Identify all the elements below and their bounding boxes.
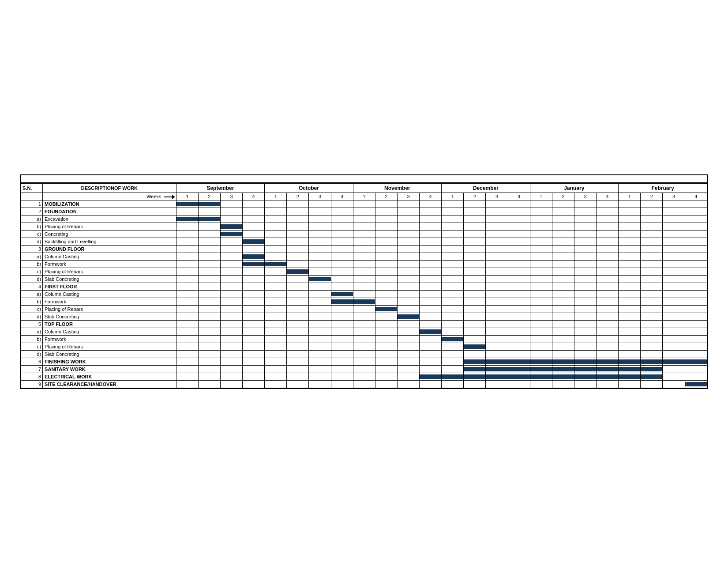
bar-cell	[464, 290, 486, 298]
bar-cell	[420, 305, 442, 313]
task-label: ELECTRICAL WORK	[43, 373, 176, 380]
bar-cell	[508, 253, 530, 260]
bar-cell	[176, 238, 198, 245]
bar-cell	[486, 268, 508, 275]
bar-cell	[464, 245, 486, 253]
month-header: September	[176, 183, 265, 193]
bar-cell	[265, 335, 287, 343]
bar-cell	[530, 275, 552, 283]
bar-cell	[464, 328, 486, 335]
task-label: MOBILIZATION	[43, 200, 176, 208]
bar-cell	[309, 343, 331, 350]
bar-cell	[420, 313, 442, 320]
bar-cell	[552, 380, 574, 388]
bar-cell	[442, 380, 464, 388]
task-sn: d)	[21, 350, 43, 358]
gantt-bar	[685, 382, 707, 386]
bar-cell	[663, 260, 685, 268]
task-label: FOUNDATION	[43, 208, 176, 215]
bar-cell	[486, 320, 508, 328]
bar-cell	[331, 230, 353, 238]
bar-cell	[685, 350, 707, 358]
bar-cell	[464, 305, 486, 313]
bar-cell	[220, 223, 242, 230]
bar-cell	[619, 260, 641, 268]
week-num: 3	[574, 193, 596, 200]
bar-cell	[331, 343, 353, 350]
bar-cell	[420, 320, 442, 328]
bar-cell	[530, 290, 552, 298]
bar-cell	[397, 223, 419, 230]
bar-cell	[309, 305, 331, 313]
bar-cell	[442, 350, 464, 358]
bar-cell	[331, 245, 353, 253]
bar-cell	[442, 268, 464, 275]
bar-cell	[552, 275, 574, 283]
bar-cell	[265, 343, 287, 350]
bar-cell	[464, 358, 486, 365]
bar-cell	[552, 215, 574, 223]
bar-cell	[353, 208, 375, 215]
bar-cell	[530, 373, 552, 380]
bar-cell	[619, 298, 641, 305]
bar-cell	[331, 365, 353, 373]
task-label: GROUND FLOOR	[43, 245, 176, 253]
bar-cell	[663, 343, 685, 350]
bar-cell	[397, 343, 419, 350]
bar-cell	[220, 365, 242, 373]
week-num: 2	[641, 193, 663, 200]
bar-cell	[685, 268, 707, 275]
bar-cell	[597, 313, 619, 320]
bar-cell	[375, 313, 397, 320]
bar-cell	[397, 335, 419, 343]
bar-cell	[619, 373, 641, 380]
bar-cell	[574, 365, 596, 373]
gantt-bar	[176, 217, 198, 221]
task-row: 1MOBILIZATION	[21, 200, 707, 208]
bar-cell	[486, 328, 508, 335]
bar-cell	[508, 305, 530, 313]
bar-cell	[265, 350, 287, 358]
task-row: b)Placing of Rebars	[21, 223, 707, 230]
bar-cell	[442, 313, 464, 320]
bar-cell	[486, 245, 508, 253]
bar-cell	[265, 223, 287, 230]
bar-cell	[331, 223, 353, 230]
bar-cell	[552, 305, 574, 313]
bar-cell	[597, 343, 619, 350]
bar-cell	[641, 380, 663, 388]
bar-cell	[641, 215, 663, 223]
bar-cell	[198, 200, 220, 208]
bar-cell	[552, 373, 574, 380]
bar-cell	[243, 313, 265, 320]
bar-cell	[287, 343, 309, 350]
bar-cell	[641, 335, 663, 343]
task-row: 6FINISHING WORK	[21, 358, 707, 365]
bar-cell	[309, 313, 331, 320]
gantt-bar	[552, 374, 574, 379]
bar-cell	[176, 343, 198, 350]
bar-cell	[420, 253, 442, 260]
task-label: Placing of Rebars	[43, 343, 176, 350]
bar-cell	[574, 305, 596, 313]
bar-cell	[220, 335, 242, 343]
bar-cell	[464, 373, 486, 380]
task-sn: 9	[21, 380, 43, 388]
bar-cell	[220, 230, 242, 238]
task-sn: b)	[21, 260, 43, 268]
bar-cell	[442, 358, 464, 365]
bar-cell	[176, 215, 198, 223]
bar-cell	[243, 200, 265, 208]
bar-cell	[243, 373, 265, 380]
bar-cell	[663, 350, 685, 358]
bar-cell	[574, 260, 596, 268]
gantt-bar	[331, 292, 353, 296]
bar-cell	[176, 253, 198, 260]
bar-cell	[641, 208, 663, 215]
bar-cell	[464, 230, 486, 238]
bar-cell	[486, 275, 508, 283]
bar-cell	[331, 335, 353, 343]
bar-cell	[309, 275, 331, 283]
bar-cell	[265, 268, 287, 275]
task-row: c)Placing of Rebars	[21, 268, 707, 275]
